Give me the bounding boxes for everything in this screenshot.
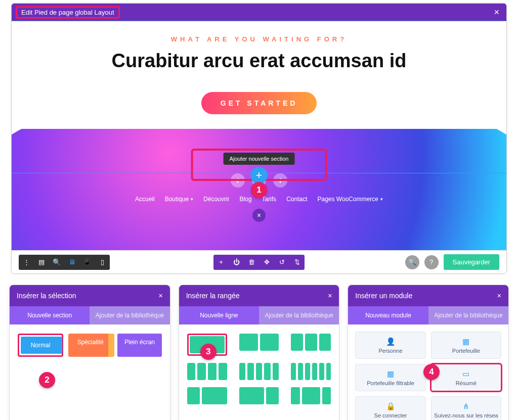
tab-new-section[interactable]: Nouvelle section [10,306,90,324]
save-button[interactable]: Sauvegarder [444,254,499,270]
nav-tarifs[interactable]: Tarifs [262,196,276,203]
nav-accueil[interactable]: Accueil [135,196,155,203]
menu-icon[interactable]: ⋮ [19,255,34,270]
row-5col[interactable] [239,363,279,380]
insert-row-modal: Insérer la rangée × Nouvelle ligne Ajout… [179,285,340,420]
nav-blog[interactable]: Blog [239,196,251,203]
cta-button[interactable]: GET STARTED [201,92,317,114]
modal-title: Insérer la rangée [186,292,240,300]
power-icon[interactable]: ⏻ [229,255,244,270]
page-tools: + ⏻ 🗑 ✥ ↺ ⇅ [213,255,305,270]
close-icon[interactable]: × [497,292,501,300]
row-4col[interactable] [187,363,227,380]
grid-icon: ▦ [462,337,469,346]
gear-icon[interactable]: ✥ [259,255,274,270]
person-icon: 👤 [386,337,396,346]
row-1-2-1col[interactable] [291,387,331,404]
phone-icon[interactable]: ▯ [95,255,110,270]
zoom-icon[interactable]: 🔍 [49,255,64,270]
tab-new-row[interactable]: Nouvelle ligne [179,306,259,324]
normal-section-button[interactable]: Normal [21,337,60,354]
normal-highlight: Normal [18,334,63,357]
view-tools: ⋮ ▤ 🔍 🖥 📱 ▯ [19,255,110,270]
nav-decouvrir[interactable]: Découvrir [203,196,229,203]
close-icon[interactable]: × [158,292,162,300]
search-button[interactable]: 🔍 [405,255,419,269]
close-icon[interactable]: × [494,7,499,18]
nav-contact[interactable]: Contact [286,196,307,203]
module-login[interactable]: 🔒Se connecter [355,396,425,420]
insert-section-modal: Insérer la sélection × Nouvelle section … [9,285,170,420]
module-person[interactable]: 👤Personne [355,332,425,359]
step-badge-2: 2 [39,372,55,388]
row-2col[interactable] [239,334,279,351]
tab-from-library[interactable]: Ajouter de la bibliothèque [259,306,339,324]
headline-text: Curabitur arcu erat accumsan id [12,50,506,72]
nav-boutique[interactable]: Boutique▾ [165,196,193,203]
step-badge-3: 3 [200,344,217,360]
add-section-tooltip: Ajouter nouvelle section [224,153,295,165]
eyebrow-text: WHAT ARE YOU WAITING FOR? [12,35,506,43]
add-section-button[interactable]: + [250,167,268,184]
editor-frame: Edit Pied de page global Layout × + ✥ ◧ … [11,3,507,274]
tab-new-module[interactable]: Nouveau module [348,306,428,324]
help-button[interactable]: ? [424,255,439,269]
bottom-bar: ⋮ ▤ 🔍 🖥 📱 ▯ + ⏻ 🗑 ✥ ↺ ⇅ 🔍 ? Sauvegarder [12,250,506,273]
module-filterable-portfolio[interactable]: ▦Portefeuille filtrable [355,364,425,391]
share-icon: ⋔ [463,402,469,411]
module-portfolio[interactable]: ▦Portefeuille [431,332,501,359]
wireframe-icon[interactable]: ▤ [34,255,49,270]
modal-title: Insérer la sélection [17,292,76,300]
chevron-down-icon: ▾ [191,197,193,202]
page-title: Edit Pied de page global Layout [16,6,120,19]
modal-title: Insérer un module [355,292,412,300]
row-2-1col[interactable] [239,387,279,404]
insert-module-modal: Insérer un module × Nouveau module Ajout… [348,285,509,420]
collapse-icon[interactable]: × [252,209,266,222]
title-bar: Edit Pied de page global Layout × [12,4,506,21]
trash-icon[interactable]: 🗑 [244,255,259,270]
row-3col[interactable] [291,334,331,351]
grid-icon: ▦ [387,369,394,379]
row-1-2col[interactable] [187,387,227,404]
step-badge-1: 1 [251,182,267,198]
add-icon[interactable]: + [213,255,229,270]
module-blurb[interactable]: ▭Résumé [431,364,501,391]
canvas[interactable]: WHAT ARE YOU WAITING FOR? Curabitur arcu… [12,21,506,250]
row-6col[interactable] [291,363,331,380]
chevron-down-icon: ▾ [380,197,383,202]
fullwidth-section-button[interactable]: Plein écran [117,334,161,357]
card-icon: ▭ [462,369,469,379]
lock-icon: 🔒 [386,402,396,411]
specialty-section-button[interactable]: Spécialité [68,334,112,357]
tab-from-library[interactable]: Ajouter de la bibliothèque [90,306,169,324]
tablet-icon[interactable]: 📱 [79,255,95,270]
module-social-follow[interactable]: ⋔Suivez-nous sur les résea [431,396,501,420]
close-icon[interactable]: × [328,292,332,300]
desktop-icon[interactable]: 🖥 [64,255,79,270]
tab-from-library[interactable]: Ajouter de la bibliothèque [428,306,508,324]
step-badge-4: 4 [423,364,440,380]
nav-pages-woo[interactable]: Pages WooCommerce▾ [317,196,383,203]
history-icon[interactable]: ↺ [274,255,289,270]
sort-icon[interactable]: ⇅ [289,255,305,270]
